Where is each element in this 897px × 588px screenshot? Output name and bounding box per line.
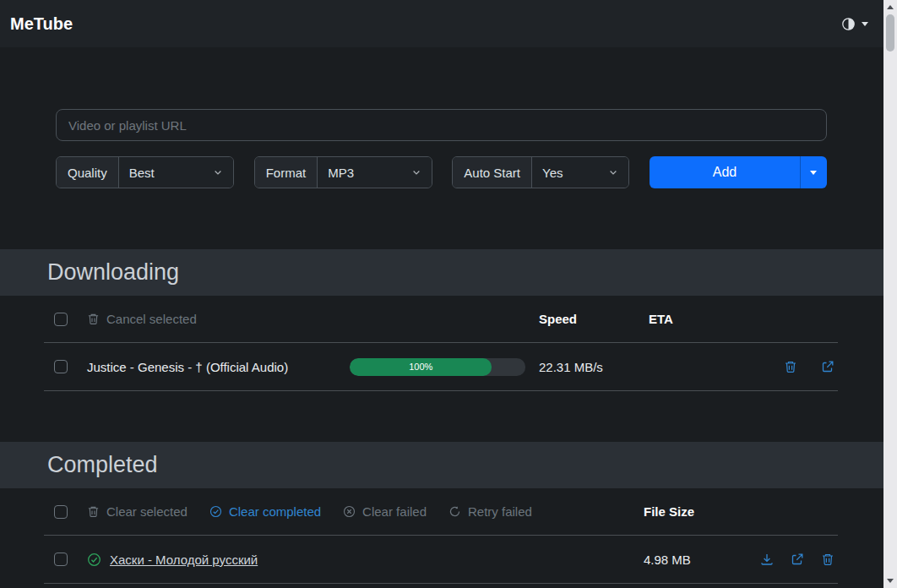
- clear-selected-label: Clear selected: [106, 504, 188, 519]
- open-link-icon[interactable]: [791, 553, 804, 566]
- downloading-section-header: Downloading: [0, 249, 883, 296]
- navbar: MeTube: [0, 0, 883, 47]
- clear-selected-button[interactable]: Clear selected: [87, 504, 188, 519]
- completed-toolbar: Clear selected Clear completed Clear fai…: [87, 504, 644, 519]
- clear-failed-label: Clear failed: [362, 504, 427, 519]
- autostart-label: Auto Start: [453, 157, 532, 188]
- add-dropdown-toggle[interactable]: [800, 156, 827, 188]
- chevron-down-icon: [608, 167, 618, 177]
- retry-failed-button[interactable]: Retry failed: [448, 504, 532, 519]
- cancel-selected-button[interactable]: Cancel selected: [87, 312, 539, 326]
- completed-row: Хаски - Молодой русский 4.98 MB: [44, 536, 838, 584]
- theme-toggle[interactable]: [841, 17, 868, 31]
- scrollbar[interactable]: [883, 0, 897, 588]
- quality-group: Quality Best: [56, 156, 234, 188]
- success-check-circle-icon: [87, 553, 101, 567]
- select-all-downloading-checkbox[interactable]: [54, 313, 68, 326]
- eta-column-header: ETA: [649, 312, 737, 326]
- progress-bar: 100%: [350, 358, 525, 376]
- completed-title: Completed: [47, 452, 158, 478]
- chevron-down-icon: [411, 167, 421, 177]
- scroll-down-arrow[interactable]: [887, 579, 894, 583]
- clear-completed-button[interactable]: Clear completed: [209, 504, 321, 519]
- controls-row: Quality Best Format MP3 Auto: [56, 156, 827, 188]
- delete-download-button[interactable]: [784, 360, 797, 373]
- downloading-table: Cancel selected Speed ETA Justice - Gene…: [44, 296, 838, 391]
- caret-down-icon: [810, 171, 817, 175]
- delete-completed-button[interactable]: [821, 553, 834, 566]
- format-select[interactable]: MP3: [318, 157, 431, 188]
- trash-icon: [87, 313, 100, 325]
- url-input[interactable]: [56, 109, 827, 141]
- app-window: MeTube Quality Best Format: [0, 0, 883, 588]
- autostart-select[interactable]: Yes: [532, 157, 628, 188]
- open-link-icon[interactable]: [821, 360, 834, 373]
- download-form: Quality Best Format MP3 Auto: [0, 47, 883, 188]
- file-size-column-header: File Size: [644, 504, 748, 519]
- format-label: Format: [255, 157, 318, 188]
- row-checkbox[interactable]: [54, 553, 68, 566]
- add-button[interactable]: Add: [650, 156, 827, 188]
- progress-fill: 100%: [350, 358, 492, 376]
- row-checkbox[interactable]: [54, 360, 68, 373]
- scrollbar-thumb[interactable]: [886, 14, 894, 52]
- download-title: Justice - Genesis - † (Official Audio): [87, 360, 350, 374]
- file-size-value: 4.98 MB: [644, 553, 748, 567]
- theme-caret-icon: [862, 22, 868, 26]
- scroll-up-arrow[interactable]: [887, 5, 894, 9]
- trash-icon: [87, 505, 100, 518]
- autostart-value: Yes: [542, 166, 563, 180]
- downloading-title: Downloading: [47, 259, 179, 286]
- quality-label: Quality: [57, 157, 119, 188]
- completed-table-header: Clear selected Clear completed Clear fai…: [44, 488, 838, 536]
- quality-value: Best: [129, 166, 155, 180]
- retry-icon: [448, 505, 461, 518]
- download-file-button[interactable]: [760, 553, 774, 566]
- format-value: MP3: [328, 166, 354, 180]
- completed-file-link[interactable]: Хаски - Молодой русский: [110, 553, 258, 567]
- quality-select[interactable]: Best: [119, 157, 233, 188]
- autostart-group: Auto Start Yes: [452, 156, 629, 188]
- retry-failed-label: Retry failed: [468, 504, 532, 519]
- add-button-label: Add: [650, 156, 800, 188]
- check-circle-icon: [209, 505, 222, 518]
- speed-column-header: Speed: [539, 312, 649, 326]
- theme-circle-half-icon: [841, 17, 856, 31]
- download-speed: 22.31 MB/s: [539, 360, 649, 374]
- x-circle-icon: [343, 505, 356, 518]
- clear-failed-button[interactable]: Clear failed: [343, 504, 427, 519]
- clear-completed-label: Clear completed: [229, 504, 321, 519]
- downloading-table-header: Cancel selected Speed ETA: [44, 296, 838, 343]
- select-all-completed-checkbox[interactable]: [54, 505, 68, 519]
- chevron-down-icon: [213, 167, 223, 177]
- completed-section-header: Completed: [0, 442, 883, 488]
- format-group: Format MP3: [254, 156, 432, 188]
- download-row: Justice - Genesis - † (Official Audio) 1…: [44, 343, 838, 391]
- cancel-selected-label: Cancel selected: [106, 312, 197, 326]
- completed-table: Clear selected Clear completed Clear fai…: [44, 488, 838, 584]
- app-brand: MeTube: [10, 14, 73, 34]
